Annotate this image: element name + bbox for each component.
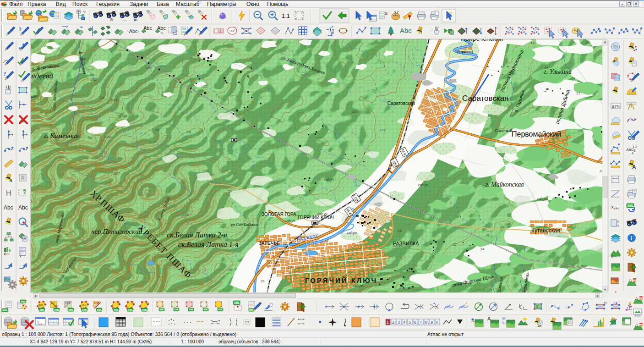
svg-text:сад.уч.: сад.уч. <box>317 212 328 216</box>
svg-text:4: 4 <box>403 320 405 325</box>
svg-text:сад.уч.: сад.уч. <box>285 219 296 223</box>
svg-text:21: 21 <box>457 215 461 219</box>
svg-text:сад.уч.: сад.уч. <box>353 284 364 288</box>
svg-text:НП: НП <box>65 301 70 304</box>
svg-text:XML: XML <box>218 308 224 311</box>
svg-text:XML: XML <box>203 308 209 311</box>
svg-text:18: 18 <box>228 268 232 272</box>
svg-text:a7%: a7% <box>612 104 620 109</box>
svg-text:XML: XML <box>114 308 119 311</box>
svg-text:Abc: Abc <box>400 27 412 34</box>
svg-text:19: 19 <box>530 41 535 45</box>
svg-text:A: A <box>632 164 636 171</box>
svg-text:123: 123 <box>245 321 250 324</box>
svg-text:20: 20 <box>585 41 589 45</box>
svg-text:Сорокин: Сорокин <box>457 50 473 54</box>
svg-text:XML: XML <box>234 301 240 304</box>
svg-text:a: a <box>385 10 388 16</box>
svg-text:4: 4 <box>632 152 633 155</box>
svg-text:⇜⇝: ⇜⇝ <box>298 317 305 321</box>
svg-text:XML: XML <box>2 309 8 312</box>
svg-text:H: H <box>604 301 606 304</box>
svg-text:H: H <box>6 189 11 197</box>
svg-text:?: ? <box>3 70 6 77</box>
svg-text:сад.уч.: сад.уч. <box>324 177 335 182</box>
svg-text:90°: 90° <box>229 29 235 33</box>
svg-text:З1: З1 <box>117 301 121 304</box>
svg-text:34: 34 <box>480 247 484 251</box>
svg-text:Соленый: Соленый <box>495 128 512 133</box>
svg-text:7: 7 <box>420 320 422 325</box>
svg-text:ЗОЛОТАЯ ГОРА: ЗОЛОТАЯ ГОРА <box>262 212 296 217</box>
svg-text:XML: XML <box>97 308 102 311</box>
svg-text:220: 220 <box>351 110 358 114</box>
svg-text:З2: З2 <box>131 301 135 304</box>
svg-text:~: ~ <box>160 30 164 36</box>
svg-text:сад.уч.: сад.уч. <box>418 183 429 187</box>
svg-text:21: 21 <box>576 91 580 95</box>
svg-text:Саратовская: Саратовская <box>387 101 415 106</box>
svg-text:X: X <box>617 220 620 224</box>
svg-text:г. Майкопская: г. Майкопская <box>486 181 524 188</box>
svg-text:пер.Пятигорский: пер.Пятигорский <box>91 228 142 235</box>
svg-text:...: ... <box>430 27 433 31</box>
svg-text:...: ... <box>122 17 126 22</box>
svg-text:XML: XML <box>174 308 180 311</box>
svg-text:г. Каменная: г. Каменная <box>44 132 79 139</box>
svg-text:246: 246 <box>182 213 189 217</box>
svg-text:⇜⇝: ⇜⇝ <box>298 321 305 326</box>
svg-text:XML: XML <box>249 309 254 311</box>
svg-text:30: 30 <box>221 233 225 237</box>
svg-text:ск.Белая Латка 1-я: ск.Белая Латка 1-я <box>178 241 239 248</box>
svg-text:26: 26 <box>186 130 191 134</box>
svg-text:32: 32 <box>453 242 457 247</box>
svg-text:25: 25 <box>154 128 159 132</box>
svg-text:XML: XML <box>189 308 194 311</box>
svg-text:З3: З3 <box>146 301 149 304</box>
svg-text:202: 202 <box>90 77 97 82</box>
svg-text:XML: XML <box>159 308 165 311</box>
svg-text:20: 20 <box>287 265 292 270</box>
svg-text:277: 277 <box>324 91 331 95</box>
svg-text:XML: XML <box>54 308 60 311</box>
svg-text:сад.уч.: сад.уч. <box>347 231 358 235</box>
svg-text:Abc: Abc <box>18 204 28 211</box>
svg-text:L: L <box>502 320 505 325</box>
svg-text:Abc: Abc <box>4 204 13 211</box>
svg-text:..: .. <box>137 17 140 22</box>
svg-text:8: 8 <box>425 320 427 325</box>
svg-text:...: ... <box>76 26 78 29</box>
svg-text:1: 1 <box>536 304 538 309</box>
svg-text:сад.уч.: сад.уч. <box>393 243 404 248</box>
svg-text:1 2: 1 2 <box>633 145 637 149</box>
svg-text:XML: XML <box>128 308 133 311</box>
svg-text:XML: XML <box>627 204 634 207</box>
svg-text:229: 229 <box>379 128 386 132</box>
svg-text:a: a <box>110 17 113 22</box>
svg-text:КП: КП <box>39 303 43 307</box>
svg-text:Первомайский: Первомайский <box>512 130 561 138</box>
svg-text:ндеева: ндеева <box>31 72 53 80</box>
svg-text:Y: Y <box>617 224 620 228</box>
svg-text:24: 24 <box>122 114 127 118</box>
svg-text:1: 1 <box>387 320 389 325</box>
svg-text:5: 5 <box>409 320 411 325</box>
svg-text:21: 21 <box>202 84 207 88</box>
svg-text:XML: XML <box>21 300 26 303</box>
svg-text:34: 34 <box>398 229 402 233</box>
svg-text:?: ? <box>19 26 22 33</box>
svg-text:-Abc-: -Abc- <box>127 28 140 34</box>
svg-text:ск.Белая Латка 2-я: ск.Белая Латка 2-я <box>167 231 227 239</box>
svg-text:23: 23 <box>505 222 509 226</box>
svg-text:3: 3 <box>398 320 400 325</box>
svg-text:6: 6 <box>414 320 416 325</box>
svg-text:ГОРЯЧИЙ КЛЮЧ: ГОРЯЧИЙ КЛЮЧ <box>298 215 334 220</box>
svg-text:184: 184 <box>79 57 86 61</box>
svg-text:XML: XML <box>39 308 45 311</box>
svg-text:16: 16 <box>260 279 264 283</box>
svg-text:a: a <box>10 178 12 183</box>
svg-text:ЗЧ: ЗЧ <box>82 303 86 307</box>
svg-text:ОД: ОД <box>54 305 58 308</box>
svg-text:23: 23 <box>99 96 104 100</box>
svg-text:1:1: 1:1 <box>282 12 290 19</box>
